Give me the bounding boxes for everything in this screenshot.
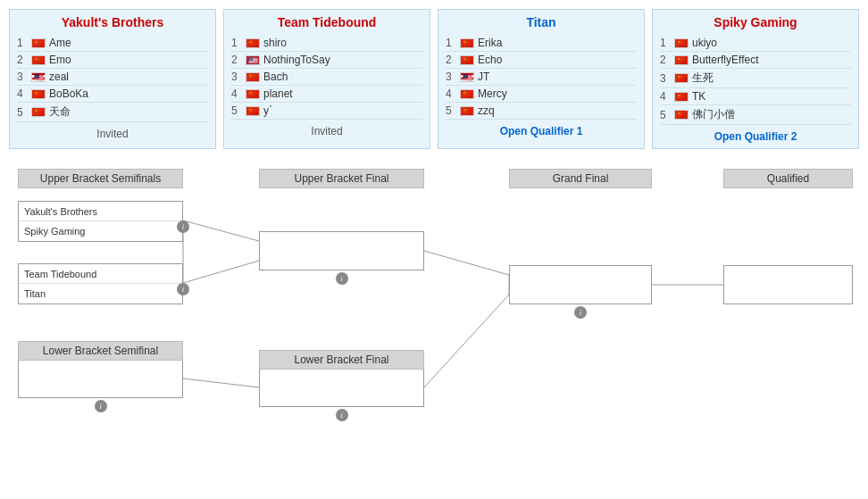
player-number: 5 [231,104,242,117]
match-team-name: Yakult's Brothers [24,206,97,217]
teams-row: Yakult's Brothers1🇨🇳Ame2🇨🇳Emo3🇲🇾zeal4🇨🇳B… [9,9,859,149]
player-row: 3🇲🇾zeal [17,69,208,86]
player-row: 5🇨🇳y` [231,103,422,120]
player-flag: 🇨🇳 [246,89,260,99]
team-name: Titan [446,15,637,29]
player-number: 5 [17,106,28,119]
player-flag: 🇨🇳 [246,72,260,82]
player-number: 3 [17,71,28,83]
player-flag: 🇨🇳 [246,38,260,48]
player-name: zeal [49,71,69,83]
match-team-row: Titan [19,284,182,304]
svg-line-4 [183,378,259,387]
player-name: Mercy [478,87,507,100]
player-name: Emo [49,54,71,66]
player-row: 5🇨🇳天命 [17,103,208,122]
player-number: 4 [231,87,242,100]
bracket-stage-label: Qualified [723,169,853,188]
match-box-empty [259,231,424,270]
team-status: Open Qualifier 1 [446,125,637,137]
team-name: Team Tidebound [231,15,422,29]
player-name: planet [263,87,293,100]
player-name: Bach [263,71,288,83]
player-row: 3🇨🇳生死 [660,69,851,88]
player-number: 3 [231,71,242,83]
team-status: Invited [231,125,422,137]
player-row: 2🇨🇳ButterflyEffect [660,52,851,69]
info-icon[interactable]: i [336,409,348,421]
team-name: Yakult's Brothers [17,15,208,29]
bracket-diagram: Yakult's BrothersSpiky GamingiTeam Tideb… [9,194,862,444]
player-flag: 🇨🇳 [674,55,689,65]
player-number: 1 [17,37,28,49]
player-name: JT [478,71,489,83]
player-row: 2🇨🇳Echo [446,52,637,69]
team-card: Yakult's Brothers1🇨🇳Ame2🇨🇳Emo3🇲🇾zeal4🇨🇳B… [9,9,216,149]
player-row: 4🇨🇳TK [660,88,851,105]
match-team-name: Titan [24,288,46,299]
player-flag: 🇨🇳 [674,73,689,83]
player-flag: 🇨🇳 [31,89,46,99]
bracket-headers: Upper Bracket SemifinalsUpper Bracket Fi… [9,163,862,188]
player-number: 4 [446,87,456,100]
player-flag: 🇺🇸 [246,55,260,65]
bracket-section: Upper Bracket SemifinalsUpper Bracket Fi… [9,163,859,444]
match-team-row: Team Tidebound [19,264,182,284]
player-number: 3 [660,72,671,85]
player-row: 5🇨🇳佛门小僧 [660,105,851,125]
player-row: 4🇨🇳planet [231,86,422,103]
svg-line-5 [424,295,509,387]
player-row: 1🇨🇳ukiyo [660,35,851,52]
player-flag: 🇨🇳 [674,38,689,48]
info-icon[interactable]: i [177,283,189,295]
player-name: TK [692,90,705,103]
player-flag: 🇨🇳 [674,110,689,120]
match-box-empty [723,265,853,304]
player-flag: 🇲🇾 [460,72,474,82]
team-status: Open Qualifier 2 [660,130,851,143]
player-flag: 🇨🇳 [31,107,46,117]
info-icon[interactable]: i [336,272,348,285]
info-icon[interactable]: i [574,306,587,319]
match-team-name: Team Tidebound [24,269,96,279]
player-number: 3 [446,71,456,83]
player-number: 2 [660,54,671,66]
player-flag: 🇨🇳 [31,38,46,48]
player-flag: 🇨🇳 [31,55,46,65]
player-number: 5 [446,104,456,117]
player-flag: 🇨🇳 [674,92,689,102]
bracket-stage-label: Upper Bracket Final [259,169,424,188]
player-number: 2 [231,54,242,66]
player-name: BoBoKa [49,87,88,100]
player-row: 3🇨🇳Bach [231,69,422,86]
svg-line-3 [424,251,509,275]
player-row: 3🇲🇾JT [446,69,637,86]
match-box: Yakult's BrothersSpiky Gaming [18,201,183,242]
player-name: NothingToSay [263,54,330,66]
team-card: Team Tidebound1🇨🇳shiro2🇺🇸NothingToSay3🇨🇳… [223,9,430,149]
player-row: 2🇨🇳Emo [17,52,208,69]
player-row: 2🇺🇸NothingToSay [231,52,422,69]
match-team-row: Spiky Gaming [19,221,182,241]
player-flag: 🇲🇾 [31,72,46,82]
bracket-stage-label: Upper Bracket Semifinals [18,169,183,188]
svg-line-1 [183,261,259,283]
player-name: Erika [478,37,502,49]
player-name: zzq [478,104,495,117]
info-icon[interactable]: i [95,400,107,412]
team-card: Spiky Gaming1🇨🇳ukiyo2🇨🇳ButterflyEffect3🇨… [652,9,859,149]
player-name: Ame [49,37,71,49]
player-name: 天命 [49,104,71,120]
bracket-stage-label: Grand Final [509,169,652,188]
player-number: 4 [17,87,28,100]
player-flag: 🇨🇳 [460,55,474,65]
player-name: shiro [263,37,287,49]
team-name: Spiky Gaming [660,15,851,29]
info-icon[interactable]: i [177,220,189,233]
player-name: ButterflyEffect [692,54,758,66]
player-number: 5 [660,109,671,121]
team-status: Invited [17,128,208,140]
player-flag: 🇨🇳 [246,106,260,116]
player-name: y` [263,104,272,117]
player-row: 5🇨🇳zzq [446,103,637,120]
